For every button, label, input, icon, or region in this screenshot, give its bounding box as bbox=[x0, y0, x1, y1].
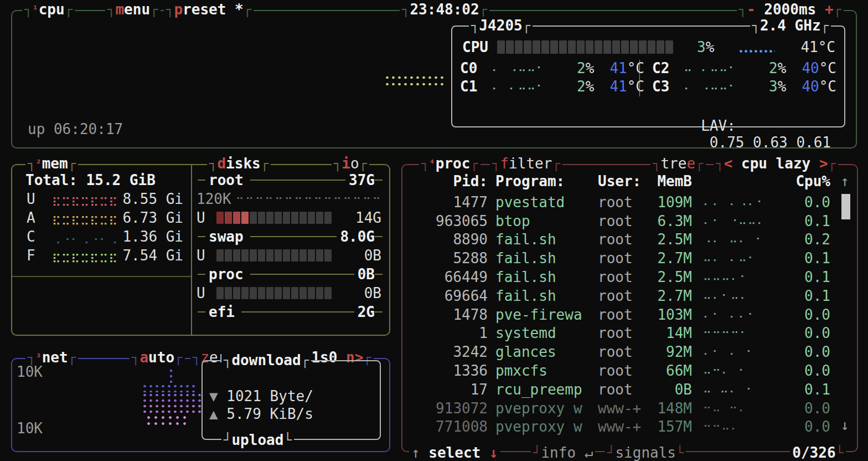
disk-size: 8.0G bbox=[340, 228, 375, 245]
disk-used-bar bbox=[216, 212, 333, 224]
disk-line bbox=[375, 236, 383, 237]
temp-unit: °C bbox=[819, 60, 836, 76]
sort-next-button[interactable]: > bbox=[819, 155, 828, 172]
proc-sort-selector[interactable]: ┐< cpu lazy >┌ bbox=[714, 155, 838, 172]
sort-prev-button[interactable]: < bbox=[724, 155, 733, 172]
filter-label: ilter bbox=[509, 155, 552, 172]
col-user[interactable]: User: bbox=[598, 173, 653, 189]
proc-row[interactable]: 913072pveproxy wwww-+148M⠒⠤ ⠒⠄0.0 bbox=[402, 399, 857, 418]
mem-section-divider bbox=[12, 276, 191, 277]
meter-cell bbox=[541, 40, 549, 54]
proc-row[interactable]: 1477pvestatdroot109M⠄⠄ ⠄⠠⠄⠂0.0 bbox=[402, 193, 857, 212]
border-notch: ┐ bbox=[24, 2, 32, 17]
col-pid[interactable]: Pid: bbox=[410, 173, 488, 189]
net-graph-mid bbox=[142, 392, 202, 403]
border-notch: ┌ bbox=[695, 156, 703, 171]
proc-row[interactable]: 66449fail.shroot2.5M⠤⠤⠤⠄⠂0.1 bbox=[402, 268, 857, 286]
disk-used-row: U0B bbox=[192, 246, 388, 265]
interval-increase-button[interactable]: + bbox=[816, 1, 833, 18]
proc-row[interactable]: 5288fail.shroot2.7M⠤⠄ ⠄⠤⠂0.1 bbox=[402, 249, 857, 268]
proc-info-button[interactable]: ┘info ↵ bbox=[531, 444, 595, 461]
mem-row-label: C bbox=[27, 228, 35, 245]
proc-signals-button[interactable]: ┘signals└ bbox=[605, 444, 686, 461]
proc-cpu-graph: ⠒⠒⠒⠒⠂ bbox=[703, 326, 781, 340]
bar-cell bbox=[308, 249, 315, 262]
mem-row-value: 8.55 Gi bbox=[118, 191, 183, 207]
select-down-icon[interactable]: ↓ bbox=[480, 444, 498, 461]
core-name: C1 bbox=[460, 78, 477, 95]
select-label: select bbox=[428, 444, 480, 461]
proc-row[interactable]: 8890fail.shroot2.5M⠠⠄ ⠤⠄ ⠂0.2 bbox=[402, 230, 857, 249]
scroll-up-icon[interactable]: ↑ bbox=[840, 173, 849, 189]
interval-decrease-button[interactable]: - bbox=[747, 1, 764, 18]
net-box-number: ³ bbox=[35, 352, 41, 363]
disk-section-header: swap8.0G bbox=[192, 227, 388, 246]
proc-select-control[interactable]: ↑ select ↓ bbox=[409, 444, 500, 461]
percent-unit: % bbox=[586, 78, 595, 95]
cpu-model-label: J4205 bbox=[479, 17, 522, 34]
bar-cell bbox=[225, 212, 232, 224]
bar-cell bbox=[299, 212, 307, 224]
border-notch: ┌ bbox=[68, 350, 76, 365]
proc-tree-toggle[interactable]: ┐tree┌ bbox=[650, 155, 706, 172]
proc-pid: 17 bbox=[410, 381, 488, 398]
proc-filter-button[interactable]: ┐filter┌ bbox=[490, 155, 562, 172]
col-memb[interactable]: MemB bbox=[653, 173, 692, 189]
bar-cell bbox=[258, 287, 265, 299]
proc-row[interactable]: 1systemdroot14M⠒⠒⠒⠒⠂0.0 bbox=[402, 324, 857, 343]
core-percent: 2 bbox=[577, 78, 586, 95]
disk-used-row: U0B bbox=[192, 284, 388, 303]
border-notch: ┐ bbox=[402, 2, 410, 17]
disk-name: proc bbox=[209, 266, 244, 283]
menu-button[interactable]: ┐menu┌ bbox=[105, 1, 161, 18]
bar-cell bbox=[299, 249, 307, 262]
proc-program: fail.sh bbox=[495, 250, 598, 267]
bar-cell bbox=[258, 249, 265, 262]
select-up-icon[interactable]: ↑ bbox=[411, 444, 428, 461]
menu-hotkey: m bbox=[115, 1, 124, 18]
border-notch: ┌ bbox=[150, 2, 158, 17]
col-program[interactable]: Program: bbox=[495, 173, 598, 189]
border-notch: ┐ bbox=[28, 350, 35, 365]
proc-row[interactable]: 69664fail.shroot2.7M⠤⠄⠂⠤⠄0.1 bbox=[402, 286, 857, 305]
core-column-divider bbox=[639, 60, 640, 96]
disk-line bbox=[250, 180, 345, 181]
io-toggle[interactable]: ┐io┌ bbox=[332, 155, 369, 172]
proc-cpu-graph: ⠄⠂ ⠐⠤⠤⠄ bbox=[703, 214, 781, 228]
proc-row[interactable]: 1478pve-firewaroot103M⠄⠂ ⠄⠄⠂0.0 bbox=[402, 305, 857, 324]
disk-size: 37G bbox=[349, 172, 375, 188]
cpu-graph bbox=[384, 74, 446, 89]
disk-line bbox=[250, 236, 337, 237]
proc-row[interactable]: 771008pveproxy wwww-+157M⠒⠒⠤⠄0.0 bbox=[402, 418, 857, 437]
disks-title[interactable]: ┐disks┌ bbox=[207, 155, 271, 172]
cpu-box-title: ┐¹cpu┌ bbox=[22, 1, 75, 18]
disk-used-label: U bbox=[197, 209, 205, 226]
proc-pid: 1 bbox=[410, 325, 488, 341]
core-name: C2 bbox=[652, 60, 669, 76]
upload-label: upload bbox=[231, 432, 283, 448]
mem-box: ┐²mem┌ ┐disks┌ ┐io┌ Total: 15.2 GiB U⣖⣒⣖… bbox=[11, 164, 390, 336]
col-cpu[interactable]: Cpu% bbox=[781, 173, 830, 189]
proc-cpu-graph: ⠤⠤⠤⠄⠂ bbox=[703, 270, 781, 284]
net-auto-toggle[interactable]: ┐auto┌ bbox=[130, 349, 185, 366]
proc-mem: 92M bbox=[653, 344, 692, 360]
disk-io-row: 120K⠒⠒⠒⠒⠒⠒⠒⠒⠒⠒⠒⠒⠒⠒⠒⠒⠒⠒⠒ bbox=[192, 189, 388, 208]
proc-cpu-percent: 0.0 bbox=[781, 306, 830, 323]
disk-line bbox=[198, 274, 205, 275]
proc-row[interactable]: 1336pmxcfsroot66M⠤⠒⠄ ⠂0.0 bbox=[402, 361, 857, 380]
bar-cell bbox=[250, 212, 257, 224]
core-name: C3 bbox=[652, 78, 669, 95]
bar-cell bbox=[250, 287, 257, 299]
mem-meter-row: F⣖⣒⣖⣒⣖⣒⣖⣒7.54 Gi bbox=[12, 246, 191, 265]
proc-cpu-graph: ⠒⠒⠤⠄ bbox=[703, 420, 781, 433]
proc-row[interactable]: 963065btoproot6.3M⠄⠂ ⠐⠤⠤⠄0.1 bbox=[402, 212, 857, 230]
preset-button[interactable]: ┐preset *┌ bbox=[164, 1, 254, 18]
proc-row[interactable]: 3242glancesroot92M⠄⠂ ⠄ ⠂0.0 bbox=[402, 342, 857, 361]
proc-row[interactable]: 17rcu_preemproot0B⠤ ⠤⠄ ⠂0.1 bbox=[402, 380, 857, 399]
border-notch: ┘ bbox=[533, 445, 541, 460]
cpu-total-label: CPU bbox=[462, 39, 488, 55]
temp-unit: °C bbox=[819, 78, 836, 95]
proc-program: fail.sh bbox=[495, 231, 598, 248]
bar-cell bbox=[225, 287, 232, 299]
selected-total-count: 0/326 bbox=[792, 444, 835, 461]
